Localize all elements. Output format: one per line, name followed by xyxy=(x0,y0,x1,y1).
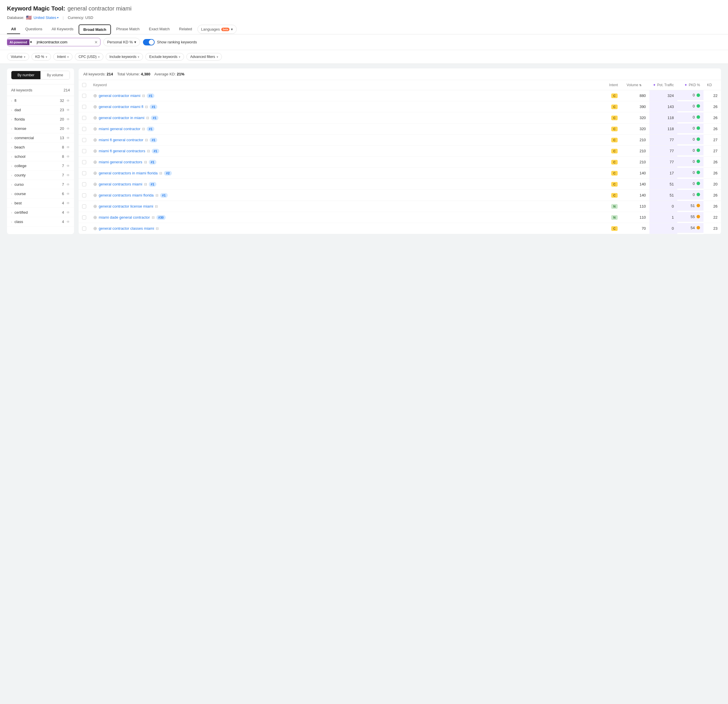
keyword-link[interactable]: ⊕ general contractor in miami ⊟ #1 xyxy=(93,115,602,121)
row-checkbox[interactable] xyxy=(82,160,86,164)
keyword-link[interactable]: ⊕ miami general contractor ⊟ #1 xyxy=(93,126,602,131)
row-checkbox[interactable] xyxy=(82,116,86,120)
country-link[interactable]: United States ▾ xyxy=(33,16,59,20)
keywords-table: Keyword Intent Volume ⇅ xyxy=(79,80,721,234)
sidebar-item-best[interactable]: › best 4 👁 xyxy=(7,199,74,208)
eye-icon: 👁 xyxy=(66,201,70,205)
clear-button[interactable]: ✕ xyxy=(92,39,100,46)
row-volume: 210 xyxy=(623,134,649,146)
ai-search-box: AI-powered ✦ ✕ xyxy=(7,38,100,46)
sidebar-item-county[interactable]: › county 7 👁 xyxy=(7,170,74,180)
avg-kd-label: Average KD: xyxy=(155,72,176,76)
volume-sort-button[interactable]: Volume ⇅ xyxy=(627,83,646,87)
row-checkbox[interactable] xyxy=(82,171,86,175)
keyword-link[interactable]: ⊕ general contractors miami florida ⊟ #1 xyxy=(93,192,602,198)
sidebar-item-dad[interactable]: › dad 23 👁 xyxy=(7,105,74,115)
by-number-button[interactable]: By number xyxy=(12,71,40,79)
tab-all-keywords[interactable]: All Keywords xyxy=(48,25,78,34)
sidebar-item-florida[interactable]: › florida 20 👁 xyxy=(7,115,74,124)
row-kd: 26 xyxy=(703,190,721,201)
row-checkbox[interactable] xyxy=(82,138,86,142)
row-checkbox[interactable] xyxy=(82,215,86,219)
eye-icon: 👁 xyxy=(66,136,70,140)
sidebar-item-beach[interactable]: › beach 8 👁 xyxy=(7,143,74,152)
filter-kd[interactable]: KD % ▾ xyxy=(32,53,51,61)
keyword-text: general contractor miami fl xyxy=(99,104,143,109)
keyword-link[interactable]: ⊕ general contractor license miami ⊟ xyxy=(93,203,602,209)
tab-questions[interactable]: Questions xyxy=(21,25,46,34)
keyword-link[interactable]: ⊕ miami fl general contractors ⊟ #1 xyxy=(93,148,602,154)
ranking-toggle[interactable] xyxy=(143,39,155,45)
keyword-link[interactable]: ⊕ miami fl general contractor ⊟ #1 xyxy=(93,137,602,143)
row-checkbox[interactable] xyxy=(82,105,86,109)
row-volume: 210 xyxy=(623,146,649,157)
keyword-link[interactable]: ⊕ general contractor classes miami ⊟ xyxy=(93,226,602,231)
sidebar-item-label: best xyxy=(14,201,62,205)
row-keyword: ⊕ general contractors in miami florida ⊟… xyxy=(90,168,606,179)
personal-kd-button[interactable]: Personal KD % ▾ xyxy=(103,38,140,46)
row-check xyxy=(79,179,90,190)
tab-all[interactable]: All xyxy=(7,25,20,34)
kd-dot-green xyxy=(696,170,700,174)
domain-input[interactable] xyxy=(34,38,92,46)
sidebar-item-school[interactable]: › school 8 👁 xyxy=(7,152,74,161)
keyword-link[interactable]: ⊕ general contractor miami ⊟ #1 xyxy=(93,93,602,98)
sidebar-item-college[interactable]: › college 7 👁 xyxy=(7,161,74,170)
keyword-link[interactable]: ⊕ general contractors in miami florida ⊟… xyxy=(93,170,602,176)
keyword-link[interactable]: ⊕ miami dade general contractor ⊟ #30 xyxy=(93,215,602,220)
sidebar-item-course[interactable]: › course 6 👁 xyxy=(7,189,74,199)
row-keyword: ⊕ miami fl general contractor ⊟ #1 xyxy=(90,134,606,146)
filter-advanced[interactable]: Advanced filters ▾ xyxy=(186,53,222,61)
advanced-chevron-icon: ▾ xyxy=(217,55,218,59)
keyword-link[interactable]: ⊕ general contractors miami ⊟ #1 xyxy=(93,182,602,187)
page-icon: ⊟ xyxy=(146,116,149,120)
sidebar-item-commercial[interactable]: › commercial 13 👁 xyxy=(7,133,74,143)
sidebar: By number By volume All keywords 214 › f… xyxy=(7,68,74,234)
filter-cpc[interactable]: CPC (USD) ▾ xyxy=(75,53,103,61)
eye-icon: 👁 xyxy=(66,145,70,149)
th-volume[interactable]: Volume ⇅ xyxy=(623,80,649,90)
row-intent: C xyxy=(606,101,623,113)
rank-badge: #2 xyxy=(164,171,172,176)
intent-badge: C xyxy=(611,171,618,176)
header-checkbox[interactable] xyxy=(82,83,86,87)
sidebar-item-curso[interactable]: › curso 7 👁 xyxy=(7,180,74,189)
eye-icon: 👁 xyxy=(66,183,70,187)
sidebar-item-count: 4 xyxy=(62,219,64,224)
row-checkbox[interactable] xyxy=(82,94,86,98)
row-checkbox[interactable] xyxy=(82,127,86,131)
row-checkbox[interactable] xyxy=(82,193,86,198)
lang-chevron-icon: ▾ xyxy=(231,27,233,32)
by-volume-button[interactable]: By volume xyxy=(40,71,69,79)
row-checkbox[interactable] xyxy=(82,149,86,153)
filter-volume[interactable]: Volume ▾ xyxy=(7,53,29,61)
tab-broad-match[interactable]: Broad Match xyxy=(79,25,111,35)
intent-badge: C xyxy=(611,127,618,131)
eye-icon: 👁 xyxy=(66,108,70,112)
row-intent: C xyxy=(606,90,623,101)
filter-exclude[interactable]: Exclude keywords ▾ xyxy=(145,53,184,61)
toggle-wrap: Show ranking keywords xyxy=(143,39,197,45)
row-checkbox[interactable] xyxy=(82,182,86,186)
sidebar-item-fl[interactable]: › fl 32 👁 xyxy=(7,96,74,105)
filter-row: Volume ▾ KD % ▾ Intent ▾ CPC (USD) ▾ Inc… xyxy=(0,50,728,64)
chevron-right-icon: › xyxy=(11,108,12,112)
row-checkbox[interactable] xyxy=(82,226,86,231)
kd-dot-green xyxy=(696,126,700,130)
tab-exact-match[interactable]: Exact Match xyxy=(145,25,174,34)
keyword-link[interactable]: ⊕ miami general contractors ⊟ #1 xyxy=(93,159,602,165)
tab-phrase-match[interactable]: Phrase Match xyxy=(112,25,144,34)
sidebar-item-class[interactable]: › class 4 👁 xyxy=(7,217,74,226)
filter-intent[interactable]: Intent ▾ xyxy=(53,53,72,61)
row-checkbox[interactable] xyxy=(82,204,86,208)
sidebar-item-certified[interactable]: › certified 4 👁 xyxy=(7,208,74,217)
row-check xyxy=(79,90,90,101)
sidebar-item-license[interactable]: › license 20 👁 xyxy=(7,124,74,133)
filter-include[interactable]: Include keywords ▾ xyxy=(106,53,143,61)
tab-related[interactable]: Related xyxy=(175,25,196,34)
row-check xyxy=(79,190,90,201)
tab-languages[interactable]: Languages beta ▾ xyxy=(198,25,237,34)
row-pot-traffic: 118 xyxy=(649,113,677,123)
keyword-link[interactable]: ⊕ general contractor miami fl ⊟ #1 xyxy=(93,104,602,110)
row-intent: C xyxy=(606,223,623,234)
